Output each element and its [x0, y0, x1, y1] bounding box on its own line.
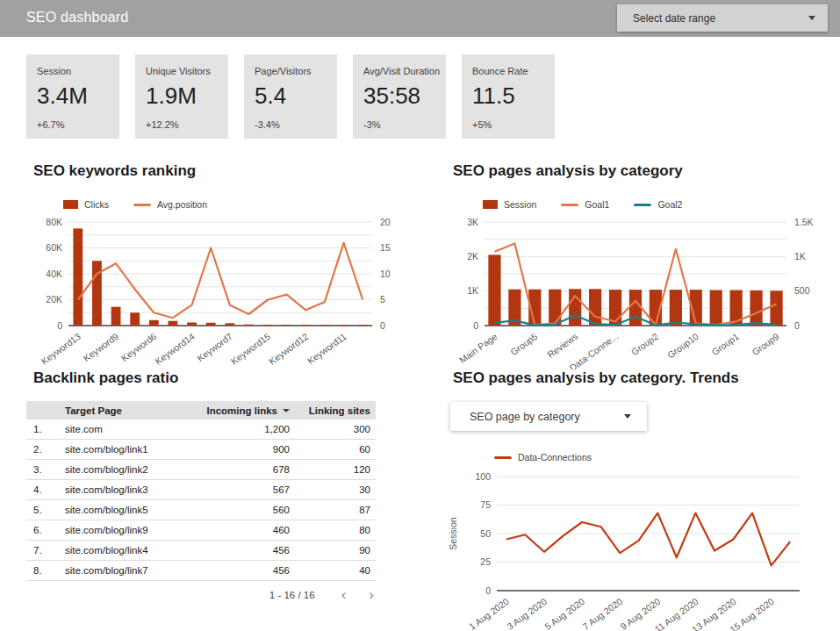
svg-text:15: 15	[380, 242, 391, 253]
svg-text:Group2: Group2	[629, 331, 661, 357]
svg-text:1K: 1K	[467, 285, 478, 296]
scorecard-value: 11.5	[472, 82, 544, 110]
svg-text:0: 0	[485, 585, 491, 596]
svg-text:Main Page: Main Page	[457, 331, 499, 365]
legend-swatch-bar	[483, 200, 498, 209]
svg-text:0: 0	[380, 320, 385, 331]
scorecard-delta: +12.2%	[146, 119, 218, 130]
legend-swatch-line	[634, 204, 651, 206]
pagination-next-button[interactable]: ›	[369, 587, 374, 602]
dropdown-label: SEO page by category	[470, 411, 580, 423]
scorecard-session: Session 3.4M +6.7%	[26, 54, 119, 139]
backlinks-table: Target Page Incoming links Linking sites…	[26, 401, 376, 602]
pages-by-category-chart[interactable]: 01K2K3K05001K1.5KMain PageGroup5ReviewsD…	[446, 213, 823, 369]
pagination-range: 1 - 16 / 16	[269, 590, 315, 600]
table-row: 1. site.com 1,200 300	[26, 419, 376, 440]
legend-swatch-line	[133, 204, 151, 206]
svg-text:Keyword13: Keyword13	[39, 331, 83, 367]
svg-text:3K: 3K	[467, 217, 478, 227]
svg-text:7 Aug 2020: 7 Aug 2020	[580, 596, 624, 631]
sort-desc-icon	[283, 409, 290, 412]
legend-label: Goal1	[585, 199, 609, 210]
table-row: 4. site.com/blog/link3 567 30	[26, 480, 376, 500]
legend-item-goal2: Goal2	[634, 199, 682, 210]
table-row: 3. site.com/blog/link2 678 120	[26, 460, 376, 480]
scorecard-label: Unique Visitors	[146, 66, 218, 76]
scorecard-value: 5.4	[255, 82, 327, 110]
scorecard-value: 35:58	[363, 82, 435, 110]
svg-text:20K: 20K	[46, 294, 62, 305]
legend-swatch-line	[494, 456, 512, 459]
scorecard-bounce-rate: Bounce Rate 11.5 +5%	[462, 54, 555, 139]
table-row: 7. site.com/blog/link4 456 90	[26, 541, 376, 561]
chart-legend: Session Goal1 Goal2	[483, 199, 823, 210]
date-range-label: Select date range	[633, 12, 715, 25]
chart-section-category-trends: SEO pages analysis by category. Trends S…	[446, 369, 823, 631]
legend-item-goal1: Goal1	[561, 199, 609, 210]
chevron-down-icon	[808, 16, 815, 20]
svg-text:0: 0	[794, 320, 800, 331]
legend-item-clicks: Clicks	[63, 199, 109, 210]
svg-text:1K: 1K	[794, 251, 806, 262]
scorecard-avg-visit-duration: Avg/Visit Duration 35:58 -3%	[353, 54, 446, 139]
legend-item-avg-position: Avg.position	[133, 199, 207, 210]
svg-text:0: 0	[57, 320, 62, 331]
scorecard-value: 3.4M	[37, 82, 109, 110]
table-section-backlinks: Backlink pages ratio Target Page Incomin…	[26, 369, 423, 631]
table-row: 5. site.com/blog/link5 560 87	[26, 500, 376, 520]
svg-text:5 Aug 2020: 5 Aug 2020	[542, 596, 586, 631]
svg-text:100: 100	[475, 471, 491, 482]
column-header-target-page[interactable]: Target Page	[61, 405, 191, 416]
svg-text:80K: 80K	[46, 217, 62, 227]
table-row: 2. site.com/blog/link1 900 60	[26, 440, 376, 460]
legend-swatch-bar	[63, 200, 78, 209]
svg-text:Keyword11: Keyword11	[305, 331, 348, 366]
svg-text:1.5K: 1.5K	[794, 217, 814, 227]
svg-text:Reviews: Reviews	[545, 331, 579, 360]
scorecard-delta: -3.4%	[255, 119, 327, 130]
scorecard-label: Session	[37, 66, 109, 76]
svg-text:0: 0	[473, 320, 478, 331]
category-filter-dropdown[interactable]: SEO page by category	[450, 402, 647, 431]
svg-text:Group5: Group5	[508, 331, 540, 357]
chart-title: SEO keywords ranking	[33, 162, 423, 180]
table-row: 8. site.com/blog/link7 456 40	[26, 561, 376, 581]
svg-text:Keyword14: Keyword14	[153, 331, 197, 367]
category-trends-chart[interactable]: 02550751001 Aug 20203 Aug 20205 Aug 2020…	[446, 466, 819, 631]
dashboard-body: Session 3.4M +6.7% Unique Visitors 1.9M …	[0, 54, 840, 631]
svg-text:60K: 60K	[46, 242, 62, 253]
scorecard-label: Avg/Visit Duration	[363, 66, 435, 76]
legend-label: Goal2	[657, 199, 682, 210]
table-row: 6. site.com/blog/link9 460 80	[26, 520, 376, 541]
pagination-prev-button[interactable]: ‹	[341, 587, 347, 602]
date-range-button[interactable]: Select date range	[617, 4, 828, 32]
scorecard-unique-visitors: Unique Visitors 1.9M +12.2%	[135, 54, 228, 139]
svg-text:3 Aug 2020: 3 Aug 2020	[505, 596, 549, 631]
svg-text:Group1: Group1	[709, 331, 741, 357]
legend-label: Avg.position	[157, 199, 207, 210]
scorecard-label: Bounce Rate	[472, 66, 544, 76]
column-header-linking-sites[interactable]: Linking sites	[295, 405, 376, 416]
scorecard-delta: -3%	[363, 119, 435, 130]
svg-text:1 Aug 2020: 1 Aug 2020	[467, 596, 511, 631]
legend-label: Session	[504, 199, 536, 210]
svg-text:75: 75	[480, 499, 491, 510]
scorecard-delta: +6.7%	[37, 119, 109, 130]
column-header-incoming-links[interactable]: Incoming links	[191, 405, 295, 416]
chart-title: SEO pages analysis by category	[453, 162, 823, 180]
scorecard-delta: +5%	[472, 119, 544, 130]
chart-legend: Data-Connections	[494, 452, 823, 462]
svg-text:500: 500	[794, 285, 810, 296]
svg-text:2K: 2K	[467, 251, 478, 262]
chart-title: SEO pages analysis by category. Trends	[453, 369, 823, 387]
svg-text:Keyword9: Keyword9	[81, 331, 120, 363]
scorecards-row: Session 3.4M +6.7% Unique Visitors 1.9M …	[26, 54, 822, 139]
keywords-ranking-chart[interactable]: 020K40K60K80K05101520Keyword13Keyword9Ke…	[26, 213, 404, 369]
scorecard-value: 1.9M	[146, 82, 218, 110]
chart-section-keywords-ranking: SEO keywords ranking Clicks Avg.position…	[26, 162, 423, 369]
legend-label: Clicks	[84, 199, 109, 210]
svg-text:Keyword15: Keyword15	[229, 331, 273, 367]
legend-label: Data-Connections	[518, 452, 592, 462]
svg-text:Session: Session	[448, 517, 458, 550]
legend-item-data-connections: Data-Connections	[494, 452, 592, 462]
